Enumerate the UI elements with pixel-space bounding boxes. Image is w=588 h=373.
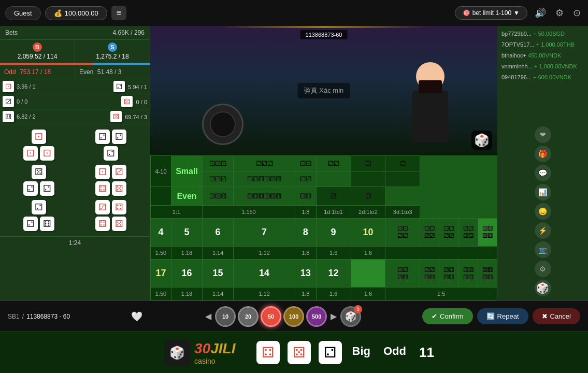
num-11-big[interactable] bbox=[351, 259, 385, 288]
chip-special[interactable]: 🎲 5 bbox=[340, 306, 361, 327]
dice-combo-2[interactable]: ⚁⚁⚁ bbox=[234, 156, 295, 171]
separator: / bbox=[22, 313, 24, 320]
dice-stack-1: ⚀ ⚀ ⚀ bbox=[5, 130, 73, 161]
repeat-button[interactable]: 🔄 Repeat bbox=[477, 308, 528, 324]
dice-combo-17[interactable]: ⚃ bbox=[351, 187, 385, 206]
num-7[interactable]: 7 bbox=[234, 218, 295, 247]
die-s4-2: ⚂ bbox=[112, 165, 126, 179]
confirm-button[interactable]: ✔ Confirm bbox=[422, 308, 473, 324]
num-9[interactable]: 9 bbox=[316, 218, 351, 247]
num-14[interactable]: 14 bbox=[234, 259, 295, 288]
chip-20[interactable]: 20 bbox=[238, 306, 259, 327]
sound-button[interactable]: 🔊 bbox=[533, 5, 548, 21]
right-dice-b4[interactable]: ⚃⚄⚅⚅ bbox=[458, 259, 478, 288]
small-label-cell[interactable]: Small bbox=[171, 156, 203, 187]
right-dice-b1[interactable]: ⚀⚁⚂⚃ bbox=[385, 259, 420, 288]
menu-button[interactable]: ≡ bbox=[111, 6, 126, 20]
dice-combo-8[interactable]: ⚃⚃⚃⚄⚄⚄ bbox=[234, 171, 295, 187]
stage-light bbox=[220, 26, 428, 28]
chip-10[interactable]: 10 bbox=[215, 306, 236, 327]
logo-container: 3030JILIJILI casino bbox=[194, 340, 235, 365]
dealer-figure bbox=[404, 62, 456, 155]
dice-combo-9[interactable]: ⚂⚂ bbox=[295, 171, 316, 187]
num-16[interactable]: 16 bbox=[171, 259, 203, 288]
dice-combo-5[interactable]: ⚀ bbox=[351, 156, 385, 171]
chip-50[interactable]: 50 bbox=[261, 306, 281, 327]
num-13[interactable]: 13 bbox=[295, 259, 316, 288]
dice-combo-3[interactable]: ⚀⚀ bbox=[295, 156, 316, 171]
num-ratio-17: 1:50 bbox=[151, 288, 171, 300]
right-dice-3[interactable]: ⚀⚁⚁⚂ bbox=[439, 218, 458, 247]
emoji-bad-btn[interactable]: 😞 bbox=[535, 203, 551, 220]
guest-button[interactable]: Guest bbox=[5, 6, 41, 20]
gift-icon-btn[interactable]: 🎁 bbox=[535, 146, 551, 162]
dice-combo-7[interactable]: ⚂⚂⚂ bbox=[203, 171, 234, 187]
die-s6-1: ⚂ bbox=[95, 200, 110, 214]
dice-combo-1[interactable]: ⚀⚀⚀ bbox=[203, 156, 234, 171]
chip-500[interactable]: 500 bbox=[306, 306, 327, 327]
balance-button[interactable]: 💰 100,000.00 bbox=[45, 6, 107, 20]
num-4[interactable]: 4 bbox=[151, 218, 171, 247]
favorite-button[interactable]: 🤍 bbox=[131, 311, 142, 322]
num-5[interactable]: 5 bbox=[171, 218, 203, 247]
chat-icon-btn[interactable]: 💬 bbox=[535, 165, 551, 181]
dice-roll-btn[interactable]: 🎲 bbox=[535, 280, 551, 296]
even-label-cell[interactable]: Even bbox=[171, 187, 203, 206]
settings-button[interactable]: ⚙ bbox=[553, 5, 566, 21]
right-dice-b5[interactable]: ⚄⚅⚅⚅ bbox=[478, 259, 497, 288]
dice-combo-14[interactable]: ⚅⚅⚅⚄⚅⚅ bbox=[234, 187, 295, 206]
chip-badge: 5 bbox=[354, 305, 362, 313]
die-red-1: ⚀ bbox=[3, 81, 14, 92]
dice-combo-10[interactable] bbox=[316, 171, 351, 187]
dice-combo-15[interactable]: ⚃⚃ bbox=[295, 187, 316, 206]
dice-stack-2: ⚁ ⚁ ⚁ bbox=[77, 130, 145, 161]
video-overlay-text: 验真 Xác min bbox=[298, 83, 350, 98]
logo-dice-icon: 🎲 bbox=[164, 340, 190, 366]
emoji-lightning-btn[interactable]: ⚡ bbox=[535, 222, 551, 239]
dice-combo-4[interactable]: ⚁⚁ bbox=[316, 156, 351, 171]
bet-limit-button[interactable]: 🎯 bet limit 1-100 ▼ bbox=[455, 6, 527, 20]
dice-combo-6[interactable]: ⚁ bbox=[385, 156, 420, 171]
chips-prev-button[interactable]: ◀ bbox=[204, 311, 213, 321]
even-col: Even 51.48 / 3 bbox=[75, 67, 150, 77]
num-6[interactable]: 6 bbox=[203, 218, 234, 247]
right-dice-4[interactable]: ⚂⚂⚃⚃ bbox=[458, 218, 478, 247]
num-10[interactable]: 10 bbox=[351, 218, 385, 247]
broadcast-icon-btn[interactable]: 📺 bbox=[535, 241, 551, 258]
right-dice-1[interactable]: ⚀⚀⚁⚁ bbox=[385, 218, 420, 247]
num-ratio-6: 1:14 bbox=[203, 247, 234, 260]
dice-btn-overlay[interactable]: 🎲 bbox=[471, 131, 492, 150]
bet-entry-4: vnmminhh... + 1,000.00VNDK bbox=[497, 61, 588, 72]
fullscreen-button[interactable]: ⊙ bbox=[571, 5, 583, 21]
balance-icon: 💰 bbox=[54, 9, 62, 17]
heart-icon-btn[interactable]: ❤ bbox=[535, 126, 551, 143]
dealer-body bbox=[412, 91, 448, 142]
right-dice-b3[interactable]: ⚂⚃⚄⚅ bbox=[439, 259, 458, 288]
bet-entry-2: 7OPTV517... + 1,000.00THB bbox=[497, 39, 588, 50]
die-s4-1: ⚀ bbox=[95, 165, 110, 179]
num-12[interactable]: 12 bbox=[316, 259, 351, 288]
num-8[interactable]: 8 bbox=[295, 218, 316, 247]
num-ratio-9: 1:6 bbox=[316, 247, 351, 260]
right-dice-5[interactable]: ⚄⚄⚅⚅ bbox=[478, 218, 497, 247]
extra-icon-btn[interactable]: ⚙ bbox=[535, 261, 551, 277]
badge-b: B bbox=[33, 42, 42, 52]
num-ratio-7: 1:12 bbox=[234, 247, 295, 260]
bet-entry-3: bthaihoc+ 450.00VNDK bbox=[497, 50, 588, 61]
game-code: 113868873 - 60 bbox=[26, 313, 70, 320]
num-15[interactable]: 15 bbox=[203, 259, 234, 288]
die-s3-3: ⚁ bbox=[40, 181, 54, 196]
right-dice-b2[interactable]: ⚁⚂⚃⚄ bbox=[420, 259, 439, 288]
confirm-check-icon: ✔ bbox=[432, 312, 437, 320]
num-ratio-5: 1:18 bbox=[171, 247, 203, 260]
bets-title: Bets bbox=[5, 29, 18, 36]
dice-combo-16[interactable]: ⚂ bbox=[316, 187, 351, 206]
chip-100[interactable]: 100 bbox=[283, 306, 304, 327]
right-dice-2[interactable]: ⚀⚀⚂⚂ bbox=[420, 218, 439, 247]
dice-combo-13[interactable]: ⚄⚄⚄ bbox=[203, 187, 234, 206]
stats-icon-btn[interactable]: 📊 bbox=[535, 184, 551, 200]
logo-text: 3030JILIJILI bbox=[194, 340, 235, 357]
cancel-button[interactable]: ✖ Cancel bbox=[533, 308, 580, 324]
num-17[interactable]: 17 bbox=[151, 259, 171, 288]
chips-next-button[interactable]: ▶ bbox=[329, 311, 338, 321]
